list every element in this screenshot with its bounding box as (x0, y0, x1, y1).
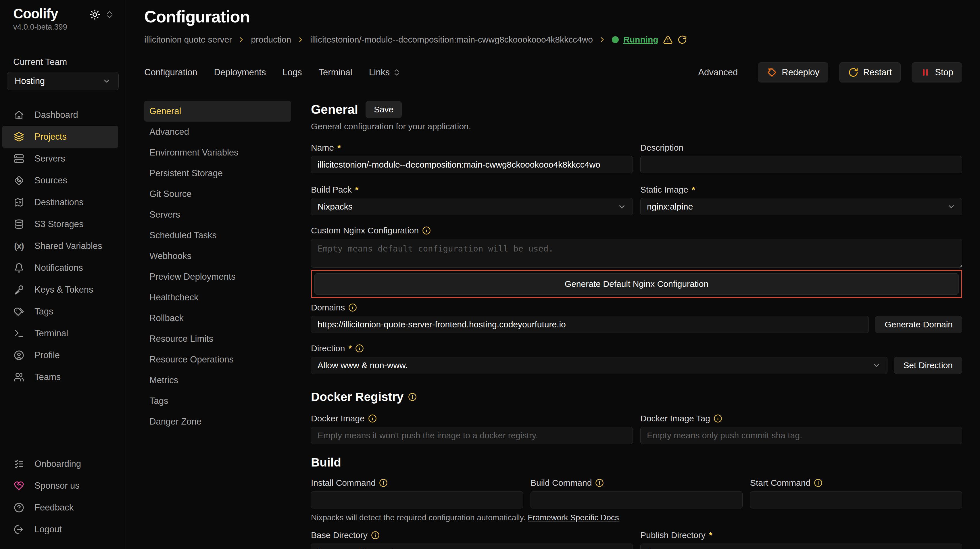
sidebar-item-sources[interactable]: Sources (0, 170, 126, 191)
subnav-scheduled-tasks[interactable]: Scheduled Tasks (144, 225, 291, 246)
logout-icon (13, 524, 25, 535)
docker-image-input[interactable] (311, 427, 633, 444)
info-icon (368, 414, 377, 423)
status-running-link[interactable]: Running (624, 35, 659, 45)
name-label: Name* (311, 143, 633, 153)
sidebar-item-shared-variables[interactable]: (x) Shared Variables (0, 235, 126, 257)
build-pack-select[interactable]: Nixpacks (311, 198, 633, 215)
subnav-general[interactable]: General (144, 101, 291, 122)
subnav-environment-variables[interactable]: Environment Variables (144, 142, 291, 163)
sidebar-item-projects[interactable]: Projects (2, 126, 118, 148)
info-icon (371, 531, 380, 539)
users-icon (13, 371, 25, 383)
chevron-down-icon (617, 202, 626, 211)
breadcrumb-environment[interactable]: production (251, 35, 291, 45)
breadcrumb-project[interactable]: illicitonion quote server (144, 35, 232, 45)
tab-terminal[interactable]: Terminal (319, 67, 352, 78)
docker-image-tag-input[interactable] (640, 427, 962, 444)
publish-directory-label: Publish Directory* (640, 530, 962, 540)
build-command-input[interactable] (531, 491, 743, 508)
sidebar-item-servers[interactable]: Servers (0, 148, 126, 170)
custom-nginx-textarea[interactable] (311, 239, 962, 267)
subnav-healthcheck[interactable]: Healthcheck (144, 287, 291, 308)
subnav-advanced[interactable]: Advanced (144, 122, 291, 142)
sidebar-item-s3-storages[interactable]: S3 Storages (0, 213, 126, 235)
help-circle-icon (13, 502, 25, 513)
tab-configuration[interactable]: Configuration (144, 67, 197, 78)
tab-links[interactable]: Links (369, 67, 401, 78)
key-icon (13, 284, 25, 296)
subnav-webhooks[interactable]: Webhooks (144, 246, 291, 266)
main-content: Configuration illicitonion quote server … (126, 0, 980, 549)
base-directory-input[interactable] (311, 544, 633, 549)
git-source-icon (13, 175, 25, 186)
team-select-value: Hosting (15, 76, 45, 86)
save-button[interactable]: Save (366, 101, 402, 118)
subnav-persistent-storage[interactable]: Persistent Storage (144, 163, 291, 184)
generate-default-nginx-button[interactable]: Generate Default Nginx Configuration (314, 273, 959, 294)
publish-directory-input[interactable] (640, 544, 962, 549)
description-input[interactable] (640, 156, 962, 173)
build-title: Build (311, 455, 962, 469)
build-command-label: Build Command (531, 478, 743, 488)
tab-deployments[interactable]: Deployments (214, 67, 266, 78)
sidebar-item-keys-tokens[interactable]: Keys & Tokens (0, 279, 126, 301)
home-icon (13, 109, 25, 121)
static-image-label: Static Image* (640, 185, 962, 194)
sidebar-item-destinations[interactable]: Destinations (0, 191, 126, 213)
redeploy-button[interactable]: Redeploy (758, 62, 828, 83)
warning-triangle-icon[interactable] (663, 35, 673, 45)
subnav-git-source[interactable]: Git Source (144, 184, 291, 204)
restart-button[interactable]: Restart (839, 62, 901, 83)
team-select[interactable]: Hosting (7, 72, 119, 90)
sidebar-item-profile[interactable]: Profile (0, 344, 126, 366)
sidebar-item-sponsor-us[interactable]: Sponsor us (0, 475, 126, 496)
subnav-tags[interactable]: Tags (144, 391, 291, 411)
theme-switch-chevrons-icon[interactable] (105, 10, 114, 19)
subnav-preview-deployments[interactable]: Preview Deployments (144, 266, 291, 287)
docker-image-label: Docker Image (311, 414, 633, 423)
subnav-servers[interactable]: Servers (144, 204, 291, 225)
sidebar-item-onboarding[interactable]: Onboarding (0, 453, 126, 475)
info-icon (595, 479, 604, 487)
subnav-resource-operations[interactable]: Resource Operations (144, 349, 291, 370)
sidebar-item-dashboard[interactable]: Dashboard (0, 104, 126, 126)
info-icon (348, 303, 357, 312)
domains-input[interactable] (311, 316, 869, 333)
chevron-right-icon (238, 36, 245, 43)
static-image-select[interactable]: nginx:alpine (640, 198, 962, 215)
terminal-icon (13, 328, 25, 339)
framework-docs-link[interactable]: Framework Specific Docs (528, 513, 619, 522)
subnav-resource-limits[interactable]: Resource Limits (144, 329, 291, 349)
install-command-input[interactable] (311, 491, 523, 508)
theme-sun-icon[interactable] (89, 9, 100, 20)
refresh-icon[interactable] (678, 35, 687, 45)
checklist-icon (13, 458, 25, 469)
docker-registry-title: Docker Registry (311, 390, 962, 404)
sidebar-item-notifications[interactable]: Notifications (0, 257, 126, 279)
tab-logs[interactable]: Logs (283, 67, 302, 78)
chevron-down-icon (872, 361, 881, 370)
subnav-rollback[interactable]: Rollback (144, 308, 291, 329)
sidebar-item-feedback[interactable]: Feedback (0, 496, 126, 519)
sidebar-item-tags[interactable]: Tags (0, 301, 126, 323)
stop-button[interactable]: Stop (912, 62, 962, 83)
user-circle-icon (13, 350, 25, 361)
subnav-metrics[interactable]: Metrics (144, 370, 291, 391)
name-input[interactable] (311, 156, 633, 173)
breadcrumb-application[interactable]: illicitestonion/-module--decomposition:m… (310, 35, 593, 45)
set-direction-button[interactable]: Set Direction (894, 357, 962, 374)
database-icon (13, 218, 25, 230)
chevrons-up-down-icon (393, 68, 401, 76)
generate-domain-button[interactable]: Generate Domain (875, 316, 962, 333)
redeploy-icon (767, 67, 777, 78)
direction-select[interactable]: Allow www & non-www. (311, 357, 888, 374)
start-command-input[interactable] (750, 491, 962, 508)
advanced-dropdown[interactable]: Advanced (698, 67, 741, 78)
description-label: Description (640, 143, 962, 153)
chevron-right-icon (297, 36, 304, 43)
sidebar-item-teams[interactable]: Teams (0, 366, 126, 388)
subnav-danger-zone[interactable]: Danger Zone (144, 411, 291, 432)
sidebar-item-logout[interactable]: Logout (0, 519, 126, 540)
sidebar-item-terminal[interactable]: Terminal (0, 323, 126, 344)
